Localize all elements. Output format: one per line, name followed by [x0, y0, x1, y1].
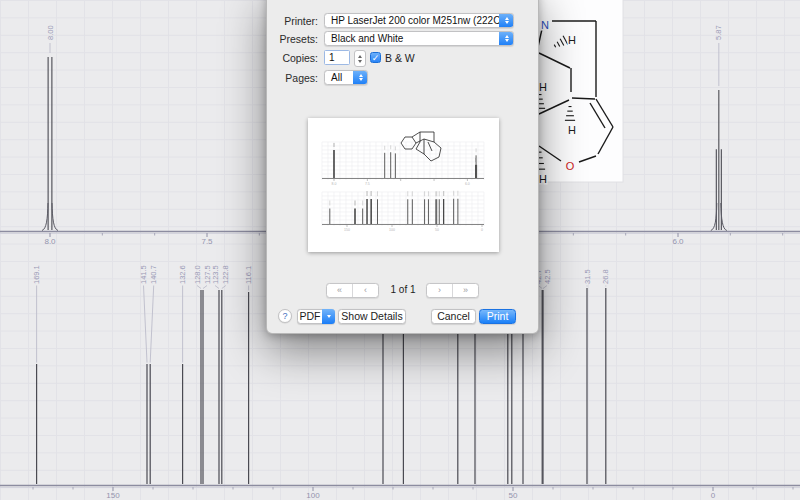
app-window: 8.07.56.08.005.87150100500169.1141.5140.…	[0, 0, 800, 500]
cancel-button[interactable]: Cancel	[431, 309, 476, 324]
svg-text:8.0: 8.0	[44, 237, 56, 246]
svg-text:0: 0	[481, 228, 483, 232]
svg-text:50: 50	[509, 491, 518, 500]
copies-label: Copies:	[267, 52, 318, 64]
printer-value: HP LaserJet 200 color M251nw (222C47)	[331, 15, 514, 26]
svg-text:O: O	[566, 160, 575, 172]
popup-stepper-icon	[353, 70, 368, 85]
pdf-label: PDF	[300, 310, 321, 322]
svg-text:150: 150	[344, 228, 350, 232]
svg-text:116.1: 116.1	[244, 266, 253, 284]
svg-text:169.1: 169.1	[32, 265, 41, 284]
copies-input[interactable]: 1	[324, 50, 350, 65]
page-indicator: 1 of 1	[377, 284, 429, 295]
popup-stepper-icon	[499, 31, 514, 46]
first-page-button[interactable]: «	[327, 284, 353, 297]
nav-back-group: « ‹	[326, 283, 379, 298]
svg-text:H: H	[568, 34, 576, 46]
pdf-menu-button[interactable]: PDF	[297, 309, 335, 324]
svg-text:42.5: 42.5	[543, 269, 552, 284]
chevron-down-icon	[322, 309, 335, 324]
print-dialog: Printer: HP LaserJet 200 color M251nw (2…	[266, 0, 539, 334]
last-page-button[interactable]: »	[453, 284, 478, 297]
svg-text:100: 100	[389, 228, 395, 232]
svg-text:H: H	[539, 173, 547, 185]
svg-text:8.00: 8.00	[46, 25, 55, 40]
print-button[interactable]: Print	[479, 309, 516, 324]
help-button[interactable]: ?	[278, 309, 292, 323]
pages-popup[interactable]: All	[324, 70, 368, 85]
svg-text:7.5: 7.5	[201, 237, 213, 246]
printer-label: Printer:	[267, 15, 318, 27]
next-page-button[interactable]: ›	[427, 284, 453, 297]
bw-checkbox-label: B & W	[385, 52, 415, 64]
copies-stepper[interactable]	[354, 50, 366, 67]
presets-label: Presets:	[267, 33, 318, 45]
svg-text:123.5: 123.5	[211, 265, 220, 284]
svg-text:122.8: 122.8	[221, 265, 230, 284]
pages-label: Pages:	[267, 72, 318, 84]
svg-text:8.0: 8.0	[332, 182, 337, 186]
print-preview-thumbnail: 8.07.56.0150100500	[308, 118, 499, 252]
presets-value: Black and White	[331, 33, 403, 44]
svg-text:100: 100	[306, 491, 320, 500]
pages-value: All	[331, 72, 342, 83]
svg-text:140.7: 140.7	[149, 265, 158, 284]
show-details-button[interactable]: Show Details	[338, 309, 406, 324]
printer-popup[interactable]: HP LaserJet 200 color M251nw (222C47)	[324, 13, 514, 28]
svg-text:5.87: 5.87	[714, 25, 723, 40]
svg-text:7.5: 7.5	[365, 182, 370, 186]
svg-text:0: 0	[711, 491, 716, 500]
svg-text:128.0: 128.0	[193, 265, 202, 284]
svg-text:H: H	[539, 81, 547, 93]
svg-text:6.0: 6.0	[672, 237, 684, 246]
svg-text:141.5: 141.5	[139, 265, 148, 284]
svg-text:6.0: 6.0	[465, 182, 470, 186]
svg-text:50: 50	[435, 228, 439, 232]
svg-text:132.6: 132.6	[178, 265, 187, 284]
svg-text:N: N	[541, 19, 549, 31]
previous-page-button[interactable]: ‹	[353, 284, 378, 297]
print-preview-page: 8.07.56.0150100500	[308, 118, 499, 252]
svg-text:150: 150	[106, 491, 120, 500]
svg-text:31.5: 31.5	[583, 269, 592, 284]
svg-text:H: H	[568, 124, 576, 136]
popup-stepper-icon	[499, 13, 514, 28]
bw-checkbox[interactable]: ✓	[370, 52, 381, 63]
presets-popup[interactable]: Black and White	[324, 31, 514, 46]
nav-forward-group: › »	[426, 283, 479, 298]
svg-text:26.8: 26.8	[601, 269, 610, 284]
